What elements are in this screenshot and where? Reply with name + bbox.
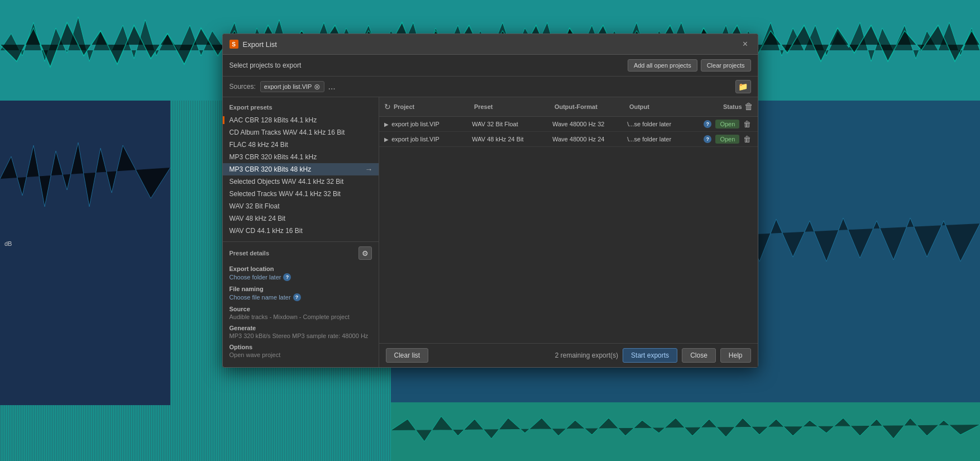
row-status-cell: Open [715, 135, 739, 144]
title-bar-left: S Export List [230, 40, 277, 49]
source-text: Audible tracks - Mixdown - Complete proj… [230, 313, 350, 320]
export-location-row: Export location Choose folder later ? [230, 265, 372, 281]
preset-item-label: FLAC 48 kHz 24 Bit [230, 141, 288, 149]
presets-section: Export presets AAC CBR 128 kBits 44.1 kH… [223, 97, 379, 242]
col-header-project: Project [394, 103, 472, 110]
file-naming-value: Choose file name later ? [230, 293, 372, 301]
preset-item-label: MP3 CBR 320 kBits 44.1 kHz [230, 153, 317, 161]
preset-item-label: WAV 48 kHz 24 Bit [230, 215, 286, 222]
row-output: \...se folder later [627, 121, 700, 127]
export-location-value: Choose folder later ? [230, 273, 372, 281]
preset-item-label: CD Album Tracks WAV 44.1 kHz 16 Bit [230, 129, 345, 136]
sub-header: Select projects to export Add all open p… [223, 55, 758, 77]
gear-button[interactable]: ⚙ [358, 246, 372, 260]
col-header-output-format: Output-Format [554, 103, 627, 110]
status-badge: Open [715, 135, 739, 144]
file-naming-help-icon[interactable]: ? [293, 293, 301, 301]
row-output: \...se folder later [627, 136, 700, 142]
refresh-button[interactable]: ↻ [384, 101, 391, 113]
col-header-status: Status [723, 103, 742, 110]
app-icon: S [230, 40, 238, 49]
preset-item-label: AAC CBR 128 kBits 44.1 kHz [230, 116, 317, 124]
dialog-title: Export List [243, 40, 277, 49]
row-info: ? [702, 135, 713, 143]
sources-bar: Sources: export job list.VIP ⊗ ... 📁 [223, 77, 758, 97]
export-location-help-icon[interactable]: ? [283, 273, 291, 281]
right-panel: ↻ Project Preset Output-Format Output St… [379, 97, 758, 367]
footer-left: Clear list [386, 348, 429, 363]
close-button[interactable]: Close [682, 348, 716, 363]
clear-list-button[interactable]: Clear list [386, 348, 429, 363]
source-tag[interactable]: export job list.VIP ⊗ [260, 81, 325, 92]
folder-icon: 📁 [738, 82, 748, 91]
help-button[interactable]: Help [720, 348, 751, 363]
col-header-output: Output [629, 103, 702, 110]
row-project: export job list.VIP [391, 121, 470, 127]
preset-item-label: Selected Tracks WAV 44.1 kHz 32 Bit [230, 190, 341, 198]
preset-item-wavcd[interactable]: WAV CD 44.1 kHz 16 Bit [223, 225, 379, 237]
row-delete-button[interactable]: 🗑 [742, 135, 753, 144]
table-row: ▶ export job list.VIP WAV 32 Bit Float W… [379, 117, 758, 132]
source-row: Source Audible tracks - Mixdown - Comple… [230, 306, 372, 320]
source-tag-label: export job list.VIP [264, 83, 312, 90]
delete-all-button[interactable]: 🗑 [744, 101, 753, 113]
preset-details-header: Preset details ⚙ [230, 246, 372, 260]
start-exports-button[interactable]: Start exports [623, 348, 677, 363]
source-label: Source [230, 306, 372, 312]
row-status-cell: Open [715, 120, 739, 129]
preset-item-mp3-44[interactable]: MP3 CBR 320 kBits 44.1 kHz [223, 151, 379, 163]
presets-title: Export presets [223, 102, 379, 114]
row-help-icon[interactable]: ? [704, 135, 711, 143]
file-naming-text: Choose file name later [230, 294, 291, 301]
clear-projects-button[interactable]: Clear projects [701, 59, 751, 72]
preset-item-flac[interactable]: FLAC 48 kHz 24 Bit [223, 139, 379, 151]
preset-item-label: MP3 CBR 320 kBits 48 kHz [230, 165, 312, 173]
preset-item-aac[interactable]: AAC CBR 128 kBits 44.1 kHz [223, 114, 379, 126]
close-dialog-button[interactable]: × [740, 39, 751, 50]
file-naming-row: File naming Choose file name later ? [230, 286, 372, 301]
row-project: export job list.VIP [391, 136, 470, 142]
export-location-label: Export location [230, 265, 372, 272]
sources-label: Sources: [230, 83, 256, 91]
preset-item-sel-tracks[interactable]: Selected Tracks WAV 44.1 kHz 32 Bit [223, 188, 379, 200]
preset-details-panel: Preset details ⚙ Export location Choose … [223, 242, 379, 367]
file-naming-label: File naming [230, 286, 372, 292]
source-value: Audible tracks - Mixdown - Complete proj… [230, 313, 372, 320]
add-all-open-projects-button[interactable]: Add all open projects [628, 59, 697, 72]
preset-active-indicator [223, 116, 224, 124]
source-tag-close-icon[interactable]: ⊗ [314, 83, 321, 91]
preset-item-mp3-48[interactable]: MP3 CBR 320 kBits 48 kHz → [223, 163, 379, 175]
row-preset: WAV 48 kHz 24 Bit [472, 136, 550, 142]
folder-button[interactable]: 📁 [735, 80, 751, 93]
preset-details-title: Preset details [230, 250, 270, 256]
preset-item-label: WAV CD 44.1 kHz 16 Bit [230, 227, 303, 235]
col-header-preset: Preset [474, 103, 552, 110]
left-panel: Export presets AAC CBR 128 kBits 44.1 kH… [223, 97, 379, 367]
row-output-format: Wave 48000 Hz 32 [552, 121, 625, 127]
remaining-exports-text: 2 remaining export(s) [555, 351, 618, 359]
header-buttons: Add all open projects Clear projects [628, 59, 751, 72]
table-spacer [379, 147, 758, 343]
generate-row: Generate MP3 320 kBit/s Stereo MP3 sampl… [230, 325, 372, 339]
preset-item-wav32[interactable]: WAV 32 Bit Float [223, 200, 379, 212]
modal-overlay: S Export List × Select projects to expor… [0, 0, 980, 461]
select-projects-label: Select projects to export [230, 61, 302, 69]
preset-arrow-icon: → [365, 165, 373, 174]
title-bar: S Export List × [223, 34, 758, 55]
preset-item-wav48[interactable]: WAV 48 kHz 24 Bit [223, 212, 379, 225]
gear-icon: ⚙ [362, 249, 369, 258]
row-play-button[interactable]: ▶ [384, 135, 390, 144]
preset-item-label: WAV 32 Bit Float [230, 202, 280, 210]
row-output-format: Wave 48000 Hz 24 [552, 136, 625, 142]
preset-item-sel-obj[interactable]: Selected Objects WAV 44.1 kHz 32 Bit [223, 175, 379, 188]
sources-dots-button[interactable]: ... [328, 82, 335, 92]
row-play-button[interactable]: ▶ [384, 120, 390, 129]
options-label: Options [230, 344, 372, 350]
row-help-icon[interactable]: ? [704, 120, 711, 128]
preset-item-cd[interactable]: CD Album Tracks WAV 44.1 kHz 16 Bit [223, 126, 379, 139]
status-badge: Open [715, 120, 739, 129]
table-row: ▶ export job list.VIP WAV 48 kHz 24 Bit … [379, 132, 758, 147]
row-delete-button[interactable]: 🗑 [742, 120, 753, 129]
main-content: Export presets AAC CBR 128 kBits 44.1 kH… [223, 97, 758, 367]
options-row: Options Open wave project [230, 344, 372, 358]
